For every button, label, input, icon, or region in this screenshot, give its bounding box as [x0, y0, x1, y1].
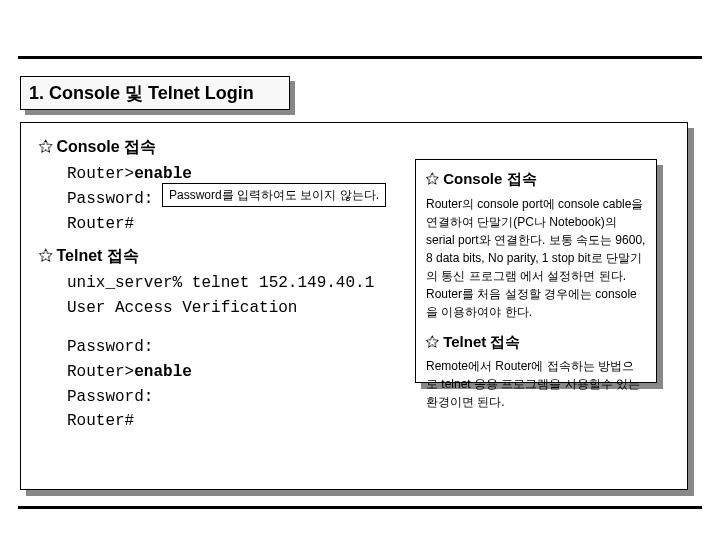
- page-title: 1. Console 및 Telnet Login: [29, 81, 254, 105]
- side-box: Console 접속 Router의 console port에 console…: [415, 159, 657, 383]
- side-heading-console: Console 접속: [426, 168, 646, 191]
- title-box: 1. Console 및 Telnet Login: [20, 76, 290, 110]
- main-box: Console 접속 Router>enable Password: Passw…: [20, 122, 688, 490]
- cmd-line: Router#: [67, 409, 669, 434]
- divider-top: [18, 56, 702, 59]
- heading-console: Console 접속: [39, 137, 669, 158]
- divider-bottom: [18, 506, 702, 509]
- prompt: Router>: [67, 363, 134, 381]
- cmd-bold: enable: [134, 363, 192, 381]
- title-box-wrap: 1. Console 및 Telnet Login: [20, 76, 290, 110]
- side-para-telnet: Remote에서 Router에 접속하는 방법으로 telnet 응용 프로그…: [426, 357, 646, 411]
- cmd-bold: enable: [134, 165, 192, 183]
- side-para-console: Router의 console port에 console cable을 연결하…: [426, 195, 646, 321]
- side-heading-telnet: Telnet 접속: [426, 331, 646, 354]
- callout-password-note: Password를 입력하여도 보이지 않는다.: [162, 183, 386, 208]
- prompt: Password:: [67, 190, 153, 208]
- prompt: Router>: [67, 165, 134, 183]
